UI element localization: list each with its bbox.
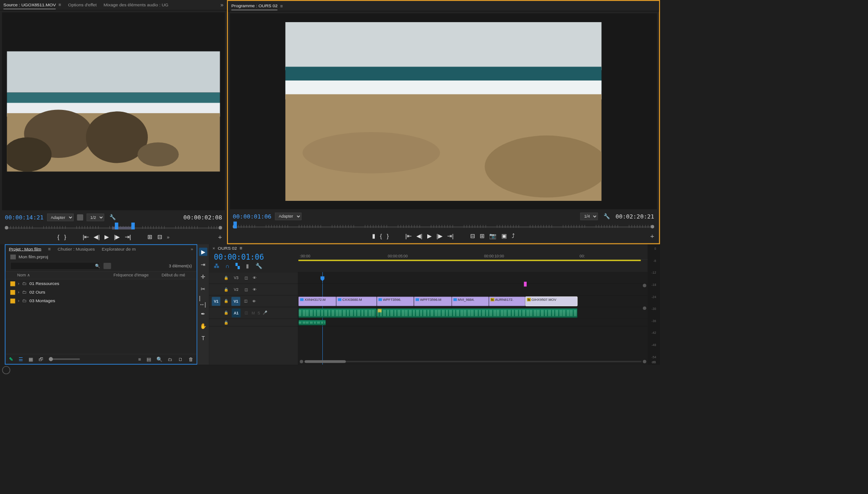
audio-clip[interactable] [298, 320, 326, 325]
tab-effect-options[interactable]: Options d'effet [68, 1, 97, 9]
lift-icon[interactable]: ⊟ [470, 233, 475, 240]
mark-out-icon[interactable]: } [387, 233, 389, 239]
track-target-v1[interactable]: V1 [231, 297, 240, 306]
eye-icon[interactable]: 👁 [252, 276, 257, 280]
find-icon[interactable]: 🔍 [156, 356, 162, 362]
source-tc-in[interactable]: 00:00:14:21 [5, 214, 44, 221]
audio-clip[interactable]: fx [377, 308, 577, 318]
expand-icon[interactable]: › [18, 298, 19, 303]
lock-icon[interactable]: 🔒 [223, 311, 229, 315]
program-zoom-dropdown[interactable]: 1/4 [580, 213, 598, 220]
h-scrollbar[interactable] [298, 359, 648, 364]
tabs-overflow-icon[interactable]: » [220, 2, 223, 8]
lock-icon[interactable]: 🔒 [223, 320, 229, 325]
track-select-tool-icon[interactable]: ⇥ [199, 260, 207, 268]
insert-icon[interactable]: ⊞ [147, 233, 152, 241]
tab-media-browser[interactable]: Explorateur de m [102, 246, 136, 251]
overwrite-icon[interactable]: ⊟ [157, 233, 162, 241]
creative-cloud-icon[interactable] [2, 366, 10, 374]
v-zoom-handle[interactable] [643, 284, 646, 287]
marker[interactable] [524, 282, 527, 287]
new-bin-icon[interactable]: 🗀 [168, 356, 173, 362]
pen-icon[interactable]: ✎ [9, 356, 13, 362]
export-icon[interactable]: ⤴ [512, 233, 515, 239]
tabs-overflow-icon[interactable]: » [191, 246, 193, 251]
source-zoom-dropdown[interactable]: 1/2 [86, 214, 104, 221]
icon-view-icon[interactable]: ▦ [28, 356, 33, 362]
tab-source[interactable]: Source : UGOX8511.MOV [4, 1, 56, 10]
timeline-timecode[interactable]: 00:00:01:06 [209, 252, 298, 262]
track-header-v3[interactable]: 🔒 V3 ◫ 👁 [209, 272, 298, 284]
program-tc[interactable]: 00:00:01:06 [233, 213, 272, 220]
automate-icon[interactable]: ▤ [146, 356, 151, 362]
step-fwd-icon[interactable]: |▶ [436, 233, 442, 240]
marker-add-icon[interactable]: ▮ [246, 263, 249, 269]
expand-icon[interactable]: › [18, 290, 19, 294]
sync-lock-icon[interactable]: ◫ [243, 311, 249, 315]
v-zoom-handle[interactable] [643, 307, 646, 310]
lock-icon[interactable]: 🔒 [223, 299, 229, 304]
track-a1[interactable]: fx [298, 307, 648, 319]
transport-overflow-icon[interactable]: » [167, 234, 170, 240]
source-scrubber[interactable] [5, 223, 222, 232]
audio-clip[interactable] [298, 308, 377, 318]
list-item[interactable]: › 🗀 01 Ressources [8, 279, 195, 288]
compare-icon[interactable]: ▣ [501, 233, 507, 240]
voice-icon[interactable]: 🎤 [263, 311, 268, 315]
hamburger-icon[interactable]: ≡ [240, 246, 242, 251]
video-clip[interactable]: fxAURN6172. [489, 296, 525, 306]
hand-tool-icon[interactable]: ✋ [199, 322, 207, 330]
tab-audio-mix[interactable]: Mixage des éléments audio : UG [104, 1, 168, 9]
mute-icon[interactable]: M [252, 311, 255, 315]
mark-in-icon[interactable]: { [57, 234, 59, 241]
program-scrubber[interactable] [233, 222, 654, 231]
track-header-a1[interactable]: 🔒 A1 ◫ M S 🎤 [209, 307, 298, 319]
list-item[interactable]: › 🗀 02 Ours [8, 288, 195, 296]
sync-lock-icon[interactable]: ◫ [243, 299, 249, 304]
settings-icon[interactable]: 🔧 [255, 263, 262, 269]
new-item-icon[interactable]: 🗋 [178, 356, 183, 362]
track-v1[interactable]: XXNH3172.MCXXI3680.MWPFT3596.WPFT3596.MM… [298, 295, 648, 307]
col-start[interactable]: Début du mé [161, 273, 185, 278]
track-v3[interactable] [298, 272, 648, 284]
work-area-bar[interactable] [298, 260, 641, 261]
source-patch-v1[interactable]: V1 [212, 297, 220, 306]
snapshot-icon[interactable]: 📷 [489, 233, 496, 240]
lock-icon[interactable]: 🔒 [223, 287, 229, 292]
hamburger-icon[interactable]: ≡ [59, 2, 61, 7]
marker-icon[interactable]: ▮ [372, 233, 375, 240]
go-in-icon[interactable]: |⇤ [83, 233, 89, 241]
mark-in-icon[interactable]: { [380, 233, 382, 239]
source-settings-button[interactable] [77, 214, 83, 221]
program-fit-dropdown[interactable]: Adapter [275, 213, 302, 220]
video-clip[interactable]: XXNH3172.M [298, 296, 336, 306]
track-v2[interactable] [298, 284, 648, 295]
step-back-icon[interactable]: ◀| [94, 233, 99, 241]
go-in-icon[interactable]: |⇤ [405, 233, 411, 240]
video-clip[interactable]: MVI_9884. [452, 296, 489, 306]
add-button-icon[interactable]: + [218, 233, 222, 241]
track-header-v2[interactable]: 🔒 V2 ◫ 👁 [209, 284, 298, 295]
selection-tool-icon[interactable]: ▶ [199, 247, 207, 256]
source-fit-dropdown[interactable]: Adapter [47, 214, 74, 221]
type-tool-icon[interactable]: T [199, 334, 207, 342]
go-out-icon[interactable]: ⇥| [447, 233, 453, 240]
col-fps[interactable]: Fréquence d'image [113, 273, 161, 278]
mark-out-icon[interactable]: } [64, 234, 66, 241]
tab-project[interactable]: Projet : Mon film [9, 246, 41, 251]
markers-icon[interactable]: ▚ [236, 263, 240, 269]
play-icon[interactable]: ▶ [427, 233, 432, 240]
play-icon[interactable]: ▶ [104, 233, 109, 241]
snap-icon[interactable]: ⁂ [214, 263, 219, 269]
lock-icon[interactable]: 🔒 [223, 276, 229, 280]
sync-lock-icon[interactable]: ◫ [243, 287, 249, 292]
expand-icon[interactable]: › [18, 281, 19, 286]
hamburger-icon[interactable]: ≡ [48, 246, 51, 251]
search-input[interactable] [10, 262, 100, 270]
source-viewer[interactable] [2, 12, 225, 210]
close-icon[interactable]: × [212, 246, 215, 251]
solo-icon[interactable]: S [258, 311, 260, 315]
linked-selection-icon[interactable]: ∩ [226, 263, 230, 269]
razor-tool-icon[interactable]: ✂ [199, 285, 207, 293]
slip-tool-icon[interactable]: |↔| [199, 297, 207, 305]
